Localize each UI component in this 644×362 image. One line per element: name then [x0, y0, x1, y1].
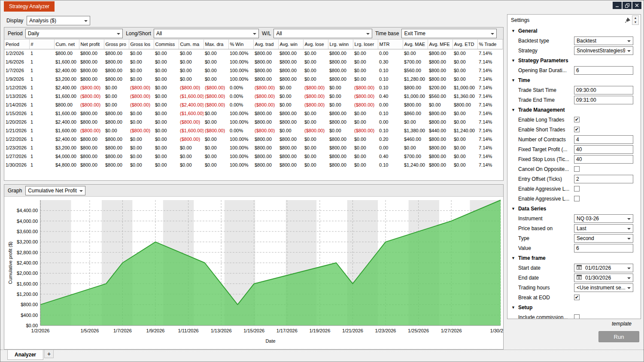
graph-type-select[interactable]: Cumulative Net Profit	[25, 186, 85, 195]
run-button[interactable]: Run	[598, 331, 639, 342]
section-time-frame[interactable]: ▼Time frame	[507, 253, 641, 263]
table-row[interactable]: 1/2/20261$800.00$800.00$800.00$0.00$0.00…	[4, 49, 502, 58]
section-time[interactable]: ▼Time	[507, 75, 641, 85]
column-header-gross-pro[interactable]: Gross pro	[104, 40, 129, 49]
table-row[interactable]: 1/9/20261$3,200.00$800.00$800.00$0.00$0.…	[4, 75, 502, 83]
instrument-select[interactable]: NQ 03-26	[574, 214, 633, 223]
price-based-on-select[interactable]: Last	[574, 224, 633, 233]
filter-label-time-base: Time base	[375, 30, 399, 37]
table-row[interactable]: 1/23/20261$3,200.00$800.00$800.00$0.00$0…	[4, 143, 502, 152]
table-row[interactable]: 1/13/20261$1,600.00($800.00)$0.00($800.0…	[4, 92, 502, 100]
column-header-commiss[interactable]: Commiss	[154, 40, 179, 49]
window-controls	[613, 2, 641, 9]
restore-button[interactable]	[623, 2, 632, 9]
table-cell: $0.00	[179, 161, 204, 169]
type-select[interactable]: Second	[574, 234, 633, 243]
column-header-trade[interactable]: % Trade	[477, 40, 502, 49]
trade-end-time-input[interactable]: 09:31:00	[574, 96, 633, 104]
minimize-button[interactable]	[613, 2, 622, 9]
setting-label: Start date	[518, 265, 541, 271]
section-setup[interactable]: ▼Setup	[507, 302, 641, 312]
table-cell: $800.00	[328, 143, 353, 152]
trade-start-time-input[interactable]: 09:30:00	[574, 86, 633, 94]
cancel-on-opposite-checkbox[interactable]	[574, 166, 580, 172]
column-header-lrg-winn[interactable]: Lrg. winn	[328, 40, 353, 49]
column-header-win[interactable]: % Win	[228, 40, 253, 49]
fixed-target-profit-input[interactable]: 40	[574, 145, 633, 154]
table-row[interactable]: 1/12/20261$2,400.00($800.00)$0.00($800.0…	[4, 83, 502, 92]
pin-icon[interactable]	[625, 18, 630, 23]
table-cell: ($800.00)	[204, 126, 228, 135]
section-strategy-parameters[interactable]: ▼Strategy Parameters	[507, 55, 641, 65]
backtest-type-select[interactable]: Backtest	[574, 37, 633, 45]
trading-hours-select[interactable]: <Use instrument se...	[574, 283, 633, 292]
column-header-gross-los[interactable]: Gross los	[129, 40, 154, 49]
end-date-datepicker[interactable]: 01/30/2026	[574, 274, 633, 282]
column-header-lrg-loser[interactable]: Lrg. loser	[353, 40, 378, 49]
entry-offset-ticks-input[interactable]: 2	[574, 175, 633, 183]
column-header-cum-ma[interactable]: Cum. ma	[179, 40, 204, 49]
column-header-avg-lose[interactable]: Avg. lose	[303, 40, 328, 49]
table-row[interactable]: 1/21/20261$1,600.00($800.00)$0.00($800.0…	[4, 126, 502, 135]
scroll-up-button[interactable]: ▲	[632, 16, 638, 20]
column-header-avg-mae[interactable]: Avg. MAE	[403, 40, 428, 49]
column-header-avg-etd[interactable]: Avg. ETD	[453, 40, 477, 49]
column-header-avg-trad[interactable]: Avg. trad	[253, 40, 278, 49]
setting-row-enable-aggressive-l: Enable Aggressive L...	[507, 194, 641, 204]
time-base-select[interactable]: Exit Time	[401, 29, 497, 38]
table-cell: $0.00	[353, 152, 378, 161]
column-header-avg-win[interactable]: Avg. win	[278, 40, 303, 49]
table-row[interactable]: 1/30/20261$4,800.00$800.00$800.00$0.00$0…	[4, 161, 502, 169]
filter-bar: PeriodDailyLong/ShortAllW/LAllTime baseE…	[4, 27, 503, 40]
add-tab-button[interactable]: +	[44, 350, 54, 358]
table-cell: $0.00	[154, 135, 179, 143]
close-button[interactable]	[632, 2, 641, 9]
table-cell: ($800.00)	[129, 100, 154, 109]
section-general[interactable]: ▼General	[507, 26, 641, 36]
column-header-cum-net[interactable]: Cum. net	[54, 40, 79, 49]
start-date-datepicker[interactable]: 01/01/2026	[574, 264, 633, 272]
table-row[interactable]: 1/27/20261$4,000.00$800.00$800.00$0.00$0…	[4, 152, 502, 161]
enable-aggressive-l-checkbox[interactable]	[574, 196, 580, 201]
fixed-stop-loss-tic-input[interactable]: 40	[574, 155, 633, 164]
column-header-period[interactable]: Period	[4, 40, 29, 49]
table-row[interactable]: 1/6/20261$1,600.00$800.00$800.00$0.00$0.…	[4, 58, 502, 66]
section-data-series[interactable]: ▼Data Series	[507, 204, 641, 213]
period-select[interactable]: Daily	[25, 29, 123, 38]
break-at-eod-checkbox[interactable]: ✔	[574, 295, 580, 300]
table-row[interactable]: 1/15/20261$1,600.00$800.00$800.00$0.00$0…	[4, 109, 502, 118]
display-select[interactable]: Analysis ($)	[27, 16, 90, 25]
table-cell: ($2,400.00)	[179, 100, 204, 109]
section-trade-management[interactable]: ▼Trade Management	[507, 105, 641, 115]
opening-bar-durati-input[interactable]: 6	[574, 66, 633, 75]
column-header-net-profit[interactable]: Net profit	[79, 40, 104, 49]
number-of-contracts-input[interactable]: 4	[574, 135, 633, 144]
setting-row-trade-start-time: Trade Start Time09:30:00	[507, 85, 641, 95]
table-row[interactable]: 1/20/20261$2,400.00$800.00$800.00$0.00$0…	[4, 118, 502, 126]
table-cell: 1/23/2026	[4, 143, 29, 152]
y-tick-label: $0.00	[26, 323, 38, 328]
long-short-select[interactable]: All	[154, 29, 259, 38]
table-cell: $0.00	[179, 58, 204, 66]
tab-analyzer[interactable]: Analyzer	[7, 350, 43, 360]
w-l-select[interactable]: All	[273, 29, 372, 38]
column-header-mtr[interactable]: MTR	[378, 40, 403, 49]
column-header-max-dra[interactable]: Max. dra	[204, 40, 228, 49]
scroll-down-button[interactable]: ▼	[632, 20, 638, 24]
table-row[interactable]: 1/7/20261$2,400.00$800.00$800.00$0.00$0.…	[4, 66, 502, 75]
table-cell: $0.00	[303, 118, 328, 126]
table-cell: 7.14%	[477, 75, 502, 83]
table-row[interactable]: 1/22/20261$2,400.00$800.00$800.00$0.00$0…	[4, 135, 502, 143]
column-header-[interactable]: #	[29, 40, 54, 49]
enable-long-trades-checkbox[interactable]: ✔	[574, 117, 580, 122]
column-header-avg-mfe[interactable]: Avg. MFE	[428, 40, 453, 49]
collapse-triangle-icon: ▼	[511, 108, 515, 112]
enable-short-trades-checkbox[interactable]: ✔	[574, 127, 580, 132]
table-row[interactable]: 1/14/20261$800.00($800.00)$0.00($800.00)…	[4, 100, 502, 109]
enable-aggressive-l-checkbox[interactable]	[574, 186, 580, 192]
include-commission-checkbox[interactable]	[574, 314, 580, 319]
setting-control: 01/01/2026	[574, 264, 633, 272]
strategy-select[interactable]: SnoInvestStrategies9...	[574, 46, 633, 55]
value-input[interactable]: 6	[574, 244, 633, 252]
template-link[interactable]: template	[507, 321, 632, 327]
